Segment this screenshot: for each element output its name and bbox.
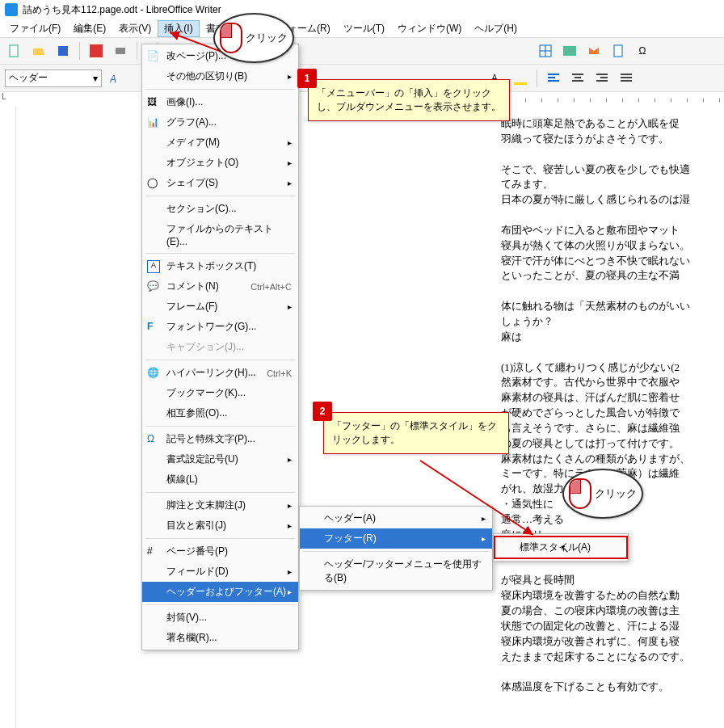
header-footer-submenu: ヘッダー(A)▸ フッター(R)▸ ヘッダー/フッターメニューを使用する(B) [299, 506, 493, 591]
open-icon[interactable] [29, 41, 48, 61]
image-insert-icon[interactable] [560, 41, 579, 61]
app-icon [5, 3, 18, 16]
new-doc-icon[interactable] [5, 41, 24, 61]
menu-field[interactable]: フィールド(D)▸ [142, 562, 298, 582]
menu-caption: キャプション(J)... [142, 337, 298, 357]
menu-object[interactable]: オブジェクト(O)▸ [142, 153, 298, 173]
callout-2-text: 「フッター」の「標準スタイル」をクリックします。 [332, 419, 500, 447]
mouse-icon [220, 23, 242, 53]
chevron-down-icon: ▾ [93, 73, 98, 84]
callout-2: 2 「フッター」の「標準スタイル」をクリックします。 [323, 412, 509, 454]
svg-rect-1 [58, 46, 68, 56]
menu-media[interactable]: メディア(M)▸ [142, 133, 298, 153]
mouse-icon [569, 478, 591, 509]
menu-file[interactable]: ファイル(F) [3, 20, 67, 37]
svg-rect-2 [90, 44, 103, 57]
menu-bookmark[interactable]: ブックマーク(K)... [142, 383, 298, 403]
menu-help[interactable]: ヘルプ(H) [468, 20, 524, 37]
menu-edit[interactable]: 編集(E) [67, 20, 112, 37]
menu-special-char[interactable]: Ω記号と特殊文字(P)... [142, 429, 298, 449]
footer-style-submenu: 標準スタイル(A) ↖ [493, 533, 629, 562]
align-left-icon[interactable] [544, 69, 563, 88]
page-number-icon: # [147, 545, 160, 558]
window-title: 詰めうち見本112.page.odt - LibreOffice Writer [23, 3, 221, 17]
menu-view[interactable]: 表示(V) [112, 20, 158, 37]
page-break-icon[interactable] [608, 41, 628, 61]
menu-frame[interactable]: フレーム(F)▸ [142, 297, 298, 317]
insert-dropdown: 📄改ページ(P)... その他の区切り(B)▸ 🖼画像(I)... 📊グラフ(A… [141, 44, 299, 650]
align-right-icon[interactable] [592, 69, 612, 88]
callout-1-text: 「メニューバー」の「挿入」をクリックし、プルダウンメニューを表示させます。 [317, 86, 501, 114]
comment-icon: 💬 [147, 280, 160, 293]
align-justify-icon[interactable] [617, 69, 636, 88]
menu-crossref[interactable]: 相互参照(O)... [142, 403, 298, 423]
menu-window[interactable]: ウィンドウ(W) [391, 20, 468, 37]
svg-rect-10 [514, 82, 527, 85]
callout-number-1: 1 [297, 69, 317, 88]
page-break-icon: 📄 [147, 50, 160, 63]
submenu-use-menu[interactable]: ヘッダー/フッターメニューを使用する(B) [300, 554, 492, 588]
chevron-right-icon: ▸ [288, 72, 292, 81]
menu-toc-index[interactable]: 目次と索引(J)▸ [142, 515, 298, 536]
update-style-icon[interactable]: A [107, 69, 126, 88]
chart-icon: 📊 [147, 116, 160, 129]
menu-chart[interactable]: 📊グラフ(A)... [142, 112, 298, 133]
vertical-ruler [0, 108, 16, 728]
highlight-icon[interactable] [511, 69, 530, 88]
align-center-icon[interactable] [568, 69, 587, 88]
svg-rect-5 [563, 46, 576, 56]
special-char-icon[interactable]: Ω [633, 41, 652, 61]
svg-rect-6 [614, 45, 622, 57]
menu-fontwork[interactable]: Fフォントワーク(G)... [142, 317, 298, 337]
click-badge-2: クリック [562, 469, 643, 519]
table-icon[interactable] [536, 41, 555, 61]
title-bar: 詰めうち見本112.page.odt - LibreOffice Writer [0, 0, 724, 19]
menu-hyperlink[interactable]: 🌐ハイパーリンク(H)...Ctrl+K [142, 363, 298, 383]
menu-header-footer[interactable]: ヘッダーおよびフッター(A)▸ [142, 582, 298, 602]
svg-rect-0 [10, 45, 18, 57]
menu-signature[interactable]: 署名欄(R)... [142, 628, 298, 648]
callout-1: 1 「メニューバー」の「挿入」をクリックし、プルダウンメニューを表示させます。 [308, 79, 510, 121]
submenu-header[interactable]: ヘッダー(A)▸ [300, 508, 492, 528]
chart-icon[interactable] [584, 41, 604, 61]
svg-rect-3 [116, 48, 125, 54]
menu-envelope[interactable]: 封筒(V)... [142, 608, 298, 628]
textbox-icon: A [147, 260, 160, 273]
ruler-corner-label: L [2, 92, 6, 101]
click-label: クリック [595, 486, 637, 501]
menu-bar: ファイル(F) 編集(E) 表示(V) 挿入(I) 書式(O) XX フォーム(… [0, 19, 724, 37]
paragraph-style-value: ヘッダー [9, 71, 48, 85]
menu-image[interactable]: 🖼画像(I)... [142, 92, 298, 112]
image-icon: 🖼 [147, 96, 160, 109]
fontwork-icon: F [147, 321, 160, 334]
menu-section[interactable]: セクション(C)... [142, 199, 298, 219]
menu-footnote[interactable]: 脚注と文末脚注(J)▸ [142, 495, 298, 515]
document-text: 眠時に頭寒足熱であることが入眠を促 羽織って寝たほうがよさそうです。 そこで、寝… [501, 116, 724, 695]
print-icon[interactable] [111, 41, 130, 61]
menu-insert[interactable]: 挿入(I) [158, 20, 199, 37]
menu-other-breaks[interactable]: その他の区切り(B)▸ [142, 66, 298, 86]
svg-text:A: A [110, 74, 116, 85]
menu-formatting-mark[interactable]: 書式設定記号(U)▸ [142, 449, 298, 469]
globe-icon: 🌐 [147, 367, 160, 380]
main-toolbar: A Ω [0, 37, 724, 65]
menu-text-from-file[interactable]: ファイルからのテキスト(E)... [142, 219, 298, 250]
omega-icon: Ω [147, 433, 160, 446]
submenu-footer[interactable]: フッター(R)▸ [300, 528, 492, 549]
menu-textbox[interactable]: Aテキストボックス(T) [142, 256, 298, 276]
export-pdf-icon[interactable] [86, 41, 106, 61]
paragraph-style-combo[interactable]: ヘッダー ▾ [5, 69, 102, 87]
menu-page-number[interactable]: #ページ番号(P) [142, 541, 298, 562]
submenu-default-style[interactable]: 標準スタイル(A) ↖ [494, 536, 628, 559]
menu-shape[interactable]: ◯シェイプ(S)▸ [142, 173, 298, 193]
click-badge-1: クリック [213, 13, 294, 63]
menu-comment[interactable]: 💬コメント(N)Ctrl+Alt+C [142, 276, 298, 297]
click-label: クリック [246, 31, 288, 45]
callout-number-2: 2 [313, 402, 332, 421]
shape-icon: ◯ [147, 177, 160, 190]
save-icon[interactable] [53, 41, 73, 61]
menu-tools[interactable]: ツール(T) [337, 20, 391, 37]
cursor-icon: ↖ [560, 542, 570, 555]
menu-horiz-line[interactable]: 横線(L) [142, 469, 298, 490]
